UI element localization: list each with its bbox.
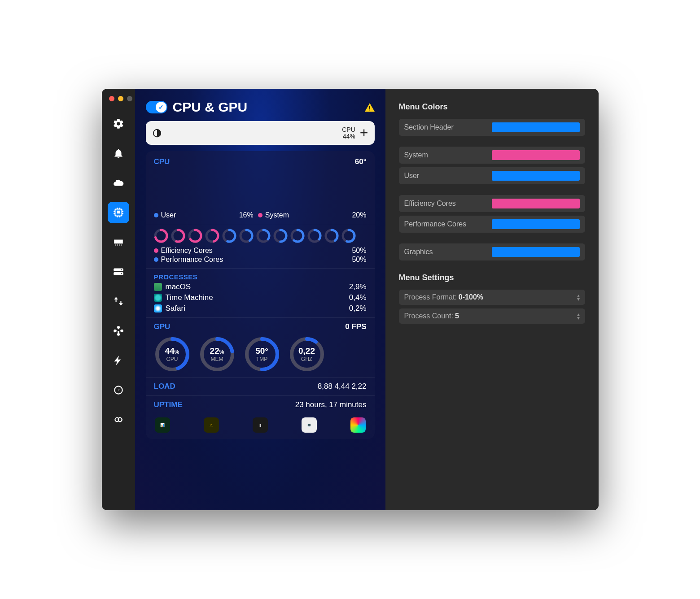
sidebar-item-memory[interactable] <box>108 231 129 253</box>
cpu-section-header: CPU 60° <box>154 157 367 166</box>
app-icon <box>154 304 162 313</box>
sidebar-item-notifications[interactable] <box>108 143 129 164</box>
color-row[interactable]: Graphics <box>399 243 585 260</box>
core-ring <box>222 229 236 243</box>
shortcut-terminal[interactable]: ▮ <box>253 417 268 433</box>
chevron-updown-icon: ▴▾ <box>577 313 580 320</box>
core-ring <box>290 229 305 243</box>
gpu-gauge-mem: 22%MEM <box>199 336 236 373</box>
sidebar-item-combined[interactable] <box>108 409 129 430</box>
color-swatch[interactable] <box>492 150 580 160</box>
gpu-gauge-ghz: 0,22GHZ <box>289 336 325 373</box>
core-ring <box>205 229 219 243</box>
color-swatch[interactable] <box>492 171 580 181</box>
color-swatch[interactable] <box>492 122 580 132</box>
sidebar <box>102 89 135 510</box>
core-ring <box>171 229 185 243</box>
app-window: ✓ CPU & GPU CPU 44% + CPU 60° <box>102 89 599 510</box>
setting-select[interactable]: Process Count: 5 ▴▾ <box>399 308 585 324</box>
gpu-gauge-tmp: 50°TMP <box>244 336 280 373</box>
preview-panel: ✓ CPU & GPU CPU 44% + CPU 60° <box>135 89 385 510</box>
menu-preview: CPU 60° User 16%System 20% <box>146 151 375 439</box>
sidebar-item-weather[interactable] <box>108 172 129 194</box>
bolt-icon <box>113 355 124 366</box>
color-row[interactable]: Efficiency Cores <box>399 195 585 212</box>
app-icon <box>154 294 162 302</box>
gear-icon <box>113 118 124 130</box>
processes-section: PROCESSES macOS 2,9% Time Machine 0,4% S… <box>154 273 367 313</box>
color-row[interactable]: Performance Cores <box>399 216 585 233</box>
core-rings <box>154 229 367 243</box>
zoom-button[interactable] <box>127 96 132 101</box>
link-icon <box>113 414 124 425</box>
network-icon <box>113 295 124 307</box>
core-ring <box>239 229 254 243</box>
sidebar-item-disk[interactable] <box>108 261 129 282</box>
color-row[interactable]: System <box>399 147 585 164</box>
gpu-gauge-gpu: 44%GPU <box>154 336 191 373</box>
shortcut-app[interactable] <box>350 417 366 433</box>
bell-icon <box>113 148 124 159</box>
sidebar-item-fans[interactable] <box>108 320 129 342</box>
memory-icon <box>113 236 124 248</box>
process-row: macOS 2,9% <box>154 282 367 291</box>
contrast-icon <box>152 128 162 138</box>
chevron-updown-icon: ▴▾ <box>577 294 580 301</box>
shortcut-system-info[interactable]: 💻 <box>302 417 317 433</box>
core-ring <box>256 229 271 243</box>
close-button[interactable] <box>109 96 114 101</box>
warning-icon[interactable] <box>365 103 375 112</box>
shortcut-console[interactable]: ⚠ <box>204 417 219 433</box>
color-row[interactable]: Section Header <box>399 119 585 136</box>
process-row: Time Machine 0,4% <box>154 293 367 302</box>
shortcut-activity-monitor[interactable]: 📊 <box>155 417 170 433</box>
gauge-icon <box>113 384 124 396</box>
sidebar-item-settings[interactable] <box>108 113 129 135</box>
disk-icon <box>113 266 124 278</box>
sidebar-item-power[interactable] <box>108 350 129 371</box>
add-widget-button[interactable]: + <box>360 125 368 141</box>
cpu-legend: User 16%System 20% <box>154 211 367 219</box>
core-ring <box>188 229 202 243</box>
core-ring <box>341 229 356 243</box>
cpu-histogram <box>154 177 367 208</box>
fan-icon <box>113 325 124 337</box>
cores-legend: Efficiency Cores50% Performance Cores50% <box>154 247 367 264</box>
sidebar-item-sensors[interactable] <box>108 379 129 401</box>
core-ring <box>154 229 168 243</box>
settings-panel: Menu Colors Section Header System User E… <box>385 89 599 510</box>
load-row: LOAD 8,88 4,44 2,22 <box>154 382 367 391</box>
toggle-knob: ✓ <box>156 102 166 113</box>
minimize-button[interactable] <box>118 96 123 101</box>
setting-select[interactable]: Process Format: 0-100% ▴▾ <box>399 290 585 305</box>
core-ring <box>307 229 322 243</box>
menubar-cpu-readout: CPU 44% <box>342 126 355 140</box>
page-title: CPU & GPU <box>173 100 359 115</box>
app-shortcuts: 📊 ⚠ ▮ 💻 <box>154 417 367 433</box>
menu-colors-title: Menu Colors <box>399 102 585 112</box>
menu-settings-title: Menu Settings <box>399 273 585 282</box>
module-toggle[interactable]: ✓ <box>146 101 167 113</box>
color-swatch[interactable] <box>492 219 580 229</box>
app-icon <box>154 283 162 291</box>
traffic-lights <box>109 96 132 101</box>
cpu-icon <box>113 207 124 218</box>
core-ring <box>273 229 288 243</box>
sidebar-item-cpu[interactable] <box>108 202 129 223</box>
sidebar-item-network[interactable] <box>108 291 129 312</box>
process-row: Safari 0,2% <box>154 304 367 313</box>
color-row[interactable]: User <box>399 167 585 184</box>
cloud-icon <box>113 177 124 189</box>
uptime-row: UPTIME 23 hours, 17 minutes <box>154 400 367 409</box>
gpu-section: GPU 0 FPS 44%GPU 22%MEM 50°TMP <box>154 322 367 373</box>
core-ring <box>324 229 339 243</box>
color-swatch[interactable] <box>492 247 580 257</box>
color-swatch[interactable] <box>492 199 580 208</box>
menubar-preview[interactable]: CPU 44% + <box>146 121 375 145</box>
